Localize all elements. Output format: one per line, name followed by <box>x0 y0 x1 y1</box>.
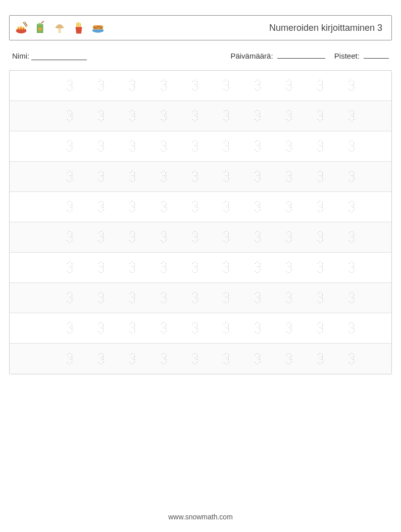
tracing-cell[interactable]: 3 <box>125 288 139 307</box>
tracing-cell[interactable]: 3 <box>282 76 296 95</box>
tracing-cell[interactable]: 3 <box>313 319 327 337</box>
tracing-cell[interactable]: 3 <box>157 350 171 368</box>
tracing-cell[interactable]: 3 <box>63 228 77 247</box>
tracing-cell[interactable]: 3 <box>250 228 265 247</box>
tracing-cell[interactable]: 3 <box>94 228 108 247</box>
score-blank[interactable] <box>364 52 389 59</box>
tracing-cell[interactable]: 3 <box>188 350 202 368</box>
name-blank[interactable] <box>31 53 87 60</box>
tracing-cell[interactable]: 3 <box>282 198 296 216</box>
tracing-cell[interactable]: 3 <box>219 167 233 186</box>
tracing-cell[interactable]: 3 <box>157 76 171 95</box>
tracing-cell[interactable]: 3 <box>63 258 77 277</box>
tracing-cell[interactable]: 3 <box>94 76 108 95</box>
tracing-cell[interactable]: 3 <box>344 319 359 337</box>
tracing-cell[interactable]: 3 <box>94 198 108 216</box>
tracing-cell[interactable]: 3 <box>188 258 202 277</box>
tracing-cell[interactable]: 3 <box>125 198 139 216</box>
tracing-cell[interactable]: 3 <box>250 198 265 216</box>
tracing-cell[interactable]: 3 <box>219 228 233 247</box>
tracing-cell[interactable]: 3 <box>125 107 139 125</box>
tracing-cell[interactable]: 3 <box>157 167 171 186</box>
tracing-cell[interactable]: 3 <box>94 258 108 277</box>
tracing-cell[interactable]: 3 <box>125 258 139 277</box>
tracing-cell[interactable]: 3 <box>344 137 359 156</box>
tracing-cell[interactable]: 3 <box>63 350 77 368</box>
tracing-cell[interactable]: 3 <box>313 288 327 307</box>
tracing-cell[interactable]: 3 <box>344 76 359 95</box>
tracing-cell[interactable]: 3 <box>219 350 233 368</box>
tracing-cell[interactable]: 3 <box>219 137 233 156</box>
tracing-cell[interactable]: 3 <box>282 350 296 368</box>
tracing-cell[interactable]: 3 <box>313 198 327 216</box>
tracing-cell[interactable]: 3 <box>188 167 202 186</box>
tracing-cell[interactable]: 3 <box>282 319 296 337</box>
tracing-cell[interactable]: 3 <box>344 288 359 307</box>
tracing-cell[interactable]: 3 <box>63 76 77 95</box>
tracing-cell[interactable]: 3 <box>125 76 139 95</box>
tracing-cell[interactable]: 3 <box>188 288 202 307</box>
tracing-cell[interactable]: 3 <box>63 137 77 156</box>
tracing-cell[interactable]: 3 <box>157 137 171 156</box>
tracing-cell[interactable]: 3 <box>157 258 171 277</box>
tracing-cell[interactable]: 3 <box>344 258 359 277</box>
tracing-cell[interactable]: 3 <box>94 288 108 307</box>
tracing-cell[interactable]: 3 <box>219 319 233 337</box>
tracing-cell[interactable]: 3 <box>63 288 77 307</box>
tracing-cell[interactable]: 3 <box>282 107 296 125</box>
tracing-cell[interactable]: 3 <box>94 137 108 156</box>
tracing-cell[interactable]: 3 <box>313 228 327 247</box>
tracing-cell[interactable]: 3 <box>250 137 265 156</box>
tracing-cell[interactable]: 3 <box>94 167 108 186</box>
tracing-cell[interactable]: 3 <box>94 350 108 368</box>
tracing-cell[interactable]: 3 <box>63 319 77 337</box>
tracing-cell[interactable]: 3 <box>125 350 139 368</box>
tracing-cell[interactable]: 3 <box>250 258 265 277</box>
tracing-cell[interactable]: 3 <box>344 350 359 368</box>
tracing-cell[interactable]: 3 <box>313 107 327 125</box>
tracing-cell[interactable]: 3 <box>282 258 296 277</box>
tracing-cell[interactable]: 3 <box>313 258 327 277</box>
tracing-cell[interactable]: 3 <box>188 198 202 216</box>
tracing-cell[interactable]: 3 <box>250 107 265 125</box>
tracing-cell[interactable]: 3 <box>188 228 202 247</box>
tracing-cell[interactable]: 3 <box>219 76 233 95</box>
tracing-cell[interactable]: 3 <box>157 198 171 216</box>
tracing-cell[interactable]: 3 <box>125 137 139 156</box>
tracing-cell[interactable]: 3 <box>313 167 327 186</box>
tracing-cell[interactable]: 3 <box>282 167 296 186</box>
tracing-cell[interactable]: 3 <box>157 228 171 247</box>
tracing-cell[interactable]: 3 <box>157 107 171 125</box>
tracing-cell[interactable]: 3 <box>344 107 359 125</box>
date-blank[interactable] <box>277 52 325 59</box>
tracing-cell[interactable]: 3 <box>344 228 359 247</box>
tracing-cell[interactable]: 3 <box>219 107 233 125</box>
tracing-cell[interactable]: 3 <box>125 167 139 186</box>
tracing-cell[interactable]: 3 <box>344 198 359 216</box>
tracing-cell[interactable]: 3 <box>125 319 139 337</box>
tracing-cell[interactable]: 3 <box>282 137 296 156</box>
tracing-cell[interactable]: 3 <box>219 288 233 307</box>
tracing-cell[interactable]: 3 <box>250 288 265 307</box>
tracing-cell[interactable]: 3 <box>250 167 265 186</box>
tracing-cell[interactable]: 3 <box>63 107 77 125</box>
tracing-cell[interactable]: 3 <box>219 198 233 216</box>
tracing-cell[interactable]: 3 <box>313 76 327 95</box>
tracing-cell[interactable]: 3 <box>157 288 171 307</box>
tracing-cell[interactable]: 3 <box>188 107 202 125</box>
tracing-cell[interactable]: 3 <box>250 319 265 337</box>
tracing-cell[interactable]: 3 <box>282 228 296 247</box>
tracing-cell[interactable]: 3 <box>94 319 108 337</box>
tracing-cell[interactable]: 3 <box>63 198 77 216</box>
tracing-cell[interactable]: 3 <box>188 319 202 337</box>
tracing-cell[interactable]: 3 <box>250 350 265 368</box>
tracing-cell[interactable]: 3 <box>188 137 202 156</box>
tracing-cell[interactable]: 3 <box>344 167 359 186</box>
tracing-cell[interactable]: 3 <box>250 76 265 95</box>
tracing-cell[interactable]: 3 <box>282 288 296 307</box>
tracing-cell[interactable]: 3 <box>125 228 139 247</box>
tracing-cell[interactable]: 3 <box>313 137 327 156</box>
tracing-cell[interactable]: 3 <box>188 76 202 95</box>
tracing-cell[interactable]: 3 <box>63 167 77 186</box>
tracing-cell[interactable]: 3 <box>313 350 327 368</box>
